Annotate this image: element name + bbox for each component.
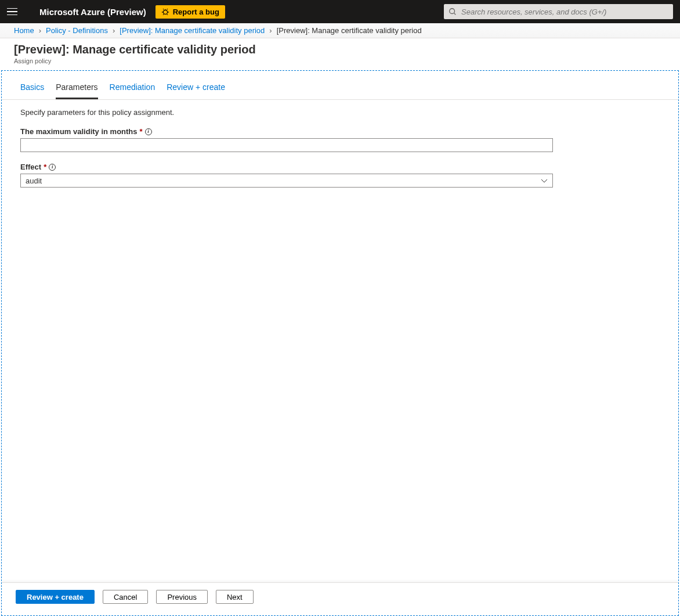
page-header: [Preview]: Manage certificate validity p… [0,38,680,70]
tab-remediation[interactable]: Remediation [110,82,155,99]
global-search [444,4,673,19]
required-indicator: * [44,163,46,171]
next-button[interactable]: Next [216,590,254,604]
search-icon [448,8,457,16]
breadcrumb: Home › Policy - Definitions › [Preview]:… [0,23,680,38]
search-input[interactable] [444,4,673,19]
top-navigation-bar: Microsoft Azure (Preview) Report a bug [0,0,680,23]
previous-button[interactable]: Previous [156,590,208,604]
breadcrumb-current: [Preview]: Manage certificate validity p… [277,26,422,35]
brand-title: Microsoft Azure (Preview) [39,7,146,17]
field-effect: Effect * i audit [20,163,553,188]
page-subtitle: Assign policy [14,57,666,64]
field-max-validity: The maximum validity in months * i [20,127,553,152]
tab-bar: Basics Parameters Remediation Review + c… [2,71,678,100]
breadcrumb-home[interactable]: Home [14,26,34,35]
bug-icon [161,8,169,16]
field-effect-label-row: Effect * i [20,163,553,171]
form-body: Specify parameters for this policy assig… [2,100,678,582]
chevron-right-icon: › [113,26,115,35]
tab-review-create[interactable]: Review + create [167,82,225,99]
chevron-right-icon: › [269,26,272,35]
svg-point-1 [450,9,455,14]
svg-point-0 [163,10,167,14]
field-effect-label: Effect [20,163,41,171]
max-validity-input[interactable] [20,138,553,152]
review-create-button[interactable]: Review + create [16,590,95,604]
effect-select-value: audit [26,176,42,185]
page-title: [Preview]: Manage certificate validity p… [14,43,666,56]
report-bug-label: Report a bug [173,8,219,16]
report-bug-button[interactable]: Report a bug [155,5,225,19]
chevron-down-icon [540,176,549,185]
effect-select[interactable]: audit [20,174,553,188]
tab-basics[interactable]: Basics [20,82,44,99]
chevron-right-icon: › [39,26,41,35]
hamburger-menu-icon[interactable] [7,6,19,17]
breadcrumb-policy-preview[interactable]: [Preview]: Manage certificate validity p… [120,26,265,35]
info-icon[interactable]: i [145,128,152,135]
field-max-validity-label-row: The maximum validity in months * i [20,127,553,136]
required-indicator: * [140,127,143,136]
info-icon[interactable]: i [49,164,56,171]
field-max-validity-label: The maximum validity in months [20,127,138,136]
breadcrumb-policy-definitions[interactable]: Policy - Definitions [46,26,108,35]
cancel-button[interactable]: Cancel [103,590,148,604]
footer-action-bar: Review + create Cancel Previous Next [2,582,678,616]
form-description: Specify parameters for this policy assig… [20,108,660,117]
tab-parameters[interactable]: Parameters [56,82,97,99]
content-panel: Basics Parameters Remediation Review + c… [1,70,679,616]
